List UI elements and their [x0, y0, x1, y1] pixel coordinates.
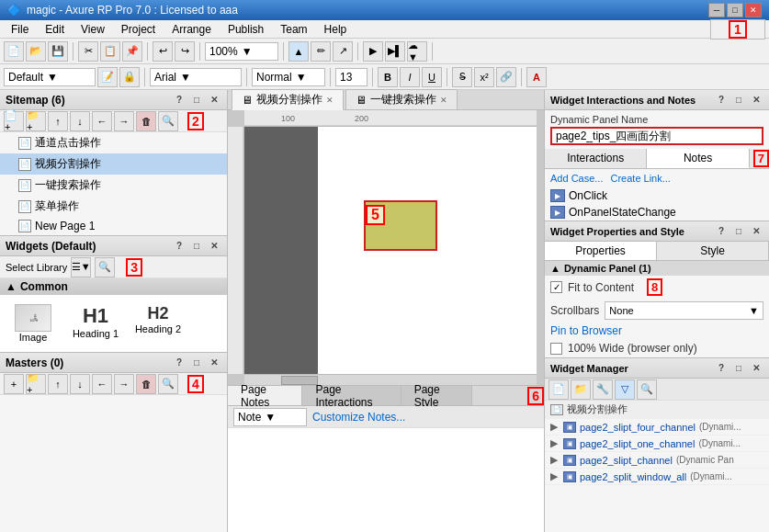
sitemap-close-icon[interactable]: ✕	[207, 93, 221, 108]
sitemap-page-1[interactable]: 📄 通道点击操作	[0, 132, 227, 153]
create-link-link[interactable]: Create Link...	[610, 173, 670, 184]
strikethrough-button[interactable]: S̶	[452, 67, 472, 87]
masters-down[interactable]: ↓	[70, 374, 90, 394]
widget-image[interactable]: 🏞 Image	[6, 300, 61, 346]
wm-help-icon[interactable]: ?	[714, 361, 729, 376]
sitemap-move-down[interactable]: ↓	[70, 111, 90, 131]
connect-tool[interactable]: ↗	[333, 41, 353, 62]
note-type-dropdown[interactable]: Note ▼	[233, 408, 307, 426]
wi-help-icon[interactable]: ?	[714, 93, 729, 108]
masters-add[interactable]: +	[4, 374, 24, 394]
wm-filter-btn[interactable]: ▽	[615, 379, 635, 400]
sitemap-page-2[interactable]: 📄 视频分割操作	[0, 153, 227, 175]
underline-button[interactable]: U	[422, 67, 442, 87]
properties-tab[interactable]: Properties	[545, 242, 657, 260]
menu-view[interactable]: View	[74, 21, 112, 38]
page-interactions-tab[interactable]: Page Interactions	[302, 386, 401, 405]
sitemap-page-5[interactable]: 📄 New Page 1	[0, 217, 227, 235]
redo-button[interactable]: ↪	[175, 41, 195, 62]
link-button[interactable]: 🔗	[496, 67, 516, 87]
add-case-link[interactable]: Add Case...	[550, 173, 603, 184]
copy-button[interactable]: 📋	[100, 41, 120, 62]
menu-arrange[interactable]: Arrange	[164, 21, 219, 38]
widget-h1[interactable]: H1 Heading 1	[68, 300, 123, 346]
preview-options[interactable]: ▶▌	[385, 41, 405, 62]
publish-button[interactable]: ☁▼	[407, 41, 427, 62]
sitemap-move-up[interactable]: ↑	[48, 111, 68, 131]
paste-button[interactable]: 📌	[122, 41, 142, 62]
titlebar-controls[interactable]: ─ □ ✕	[708, 3, 762, 17]
library-search-button[interactable]: 🔍	[95, 257, 115, 277]
h-scrollbar[interactable]	[244, 374, 537, 385]
wm-close-icon[interactable]: ✕	[749, 361, 763, 376]
interactions-tab[interactable]: Interactions	[545, 149, 647, 168]
masters-delete[interactable]: 🗑	[136, 374, 156, 394]
tab-1-close[interactable]: ✕	[326, 96, 334, 105]
page-notes-tab[interactable]: Page Notes	[228, 386, 302, 405]
menu-team[interactable]: Team	[273, 21, 314, 38]
page-style-tab[interactable]: Page Style	[401, 386, 473, 405]
masters-search[interactable]: 🔍	[158, 374, 178, 394]
wm-btn3[interactable]: 🔧	[593, 379, 613, 400]
bold-button[interactable]: B	[378, 67, 398, 87]
wm-item-3[interactable]: ▶ ▣ page2_slipt_channel (Dynamic Pan	[545, 452, 769, 469]
superscript-button[interactable]: x²	[474, 67, 494, 87]
masters-help-icon[interactable]: ?	[172, 356, 187, 370]
widgets-help-icon[interactable]: ?	[172, 239, 187, 254]
page-style-dropdown[interactable]: Default ▼	[4, 68, 96, 86]
menu-help[interactable]: Help	[317, 21, 355, 38]
maximize-button[interactable]: □	[727, 3, 743, 17]
save-button[interactable]: 💾	[48, 41, 68, 62]
style-edit1[interactable]: 📝	[97, 67, 118, 87]
sitemap-expand-icon[interactable]: □	[189, 93, 204, 108]
select-tool[interactable]: ▲	[288, 41, 309, 62]
menu-publish[interactable]: Publish	[221, 21, 271, 38]
style-edit2[interactable]: 🔒	[119, 67, 140, 87]
widgets-close-icon[interactable]: ✕	[207, 239, 221, 254]
masters-indent-in[interactable]: →	[114, 374, 134, 394]
style-dropdown[interactable]: Normal ▼	[252, 68, 325, 86]
sitemap-indent-in[interactable]: →	[114, 111, 134, 131]
library-menu-button[interactable]: ☰▼	[71, 257, 91, 277]
widgets-expand-icon[interactable]: □	[189, 239, 204, 254]
masters-indent-out[interactable]: ←	[92, 374, 112, 394]
customize-notes-link[interactable]: Customize Notes...	[312, 411, 405, 424]
wm-btn1[interactable]: 📄	[548, 379, 569, 400]
style-tab[interactable]: Style	[657, 242, 769, 260]
wi-close-icon[interactable]: ✕	[749, 93, 763, 108]
font-color-button[interactable]: A	[526, 67, 547, 87]
widget-h2[interactable]: H2 Heading 2	[130, 300, 186, 346]
wp-close-icon[interactable]: ✕	[749, 224, 763, 239]
zoom-dropdown[interactable]: 100% ▼	[205, 42, 278, 61]
tab-page-1[interactable]: 🖥 视频分割操作 ✕	[232, 89, 344, 110]
wm-btn2[interactable]: 📁	[571, 379, 591, 400]
wp-help-icon[interactable]: ?	[714, 224, 729, 239]
preview-button[interactable]: ▶	[363, 41, 383, 62]
menu-file[interactable]: File	[4, 21, 36, 38]
new-button[interactable]: 📄	[4, 41, 24, 62]
wi-event-onclick[interactable]: ▶ OnClick	[545, 187, 769, 204]
wm-search-btn[interactable]: 🔍	[637, 379, 657, 400]
sitemap-add-page[interactable]: 📄+	[4, 111, 24, 131]
percent-wide-checkbox[interactable]	[550, 343, 562, 355]
masters-up[interactable]: ↑	[48, 374, 68, 394]
wm-expand-icon[interactable]: □	[731, 361, 746, 376]
fit-checkbox[interactable]	[550, 281, 562, 293]
wm-item-1[interactable]: ▶ ▣ page2_slipt_four_channel (Dynami...	[545, 419, 769, 436]
canvas[interactable]: 5	[244, 127, 537, 374]
wi-event-onpanelstatechange[interactable]: ▶ OnPanelStateChange	[545, 204, 769, 221]
sitemap-help-icon[interactable]: ?	[172, 93, 187, 108]
close-button[interactable]: ✕	[745, 3, 762, 17]
masters-add-folder[interactable]: 📁+	[26, 374, 46, 394]
minimize-button[interactable]: ─	[708, 3, 725, 17]
wm-item-4[interactable]: ▶ ▣ page2_split_window_all (Dynami...	[545, 469, 769, 485]
font-dropdown[interactable]: Arial ▼	[150, 68, 242, 86]
open-button[interactable]: 📂	[26, 41, 46, 62]
menu-project[interactable]: Project	[114, 21, 163, 38]
h-scrollbar-thumb[interactable]	[281, 376, 318, 385]
font-size-input[interactable]	[335, 68, 368, 86]
sitemap-add-folder[interactable]: 📁+	[26, 111, 46, 131]
cut-button[interactable]: ✂	[78, 41, 98, 62]
notes-tab[interactable]: Notes	[647, 149, 749, 168]
masters-expand-icon[interactable]: □	[189, 356, 204, 370]
